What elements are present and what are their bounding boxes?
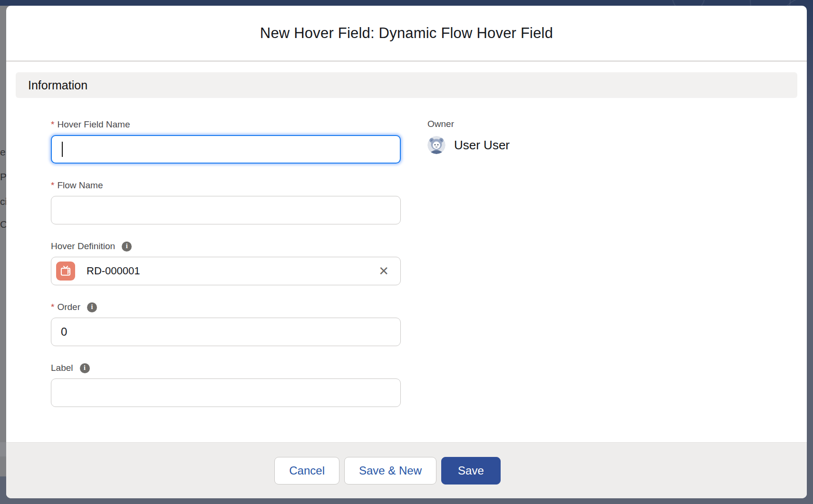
modal-title: New Hover Field: Dynamic Flow Hover Fiel… [260, 25, 553, 42]
hover-field-name-input-wrap [51, 135, 401, 164]
info-icon[interactable]: i [122, 242, 132, 252]
hover-definition-lookup[interactable]: RD-000001 ✕ [51, 257, 401, 285]
close-icon[interactable]: ✕ [378, 265, 389, 277]
order-label: Order [57, 302, 80, 312]
owner-value-row: User User [427, 136, 510, 154]
new-record-modal: New Hover Field: Dynamic Flow Hover Fiel… [6, 6, 807, 498]
field-label: * Order i [51, 301, 401, 313]
label-input[interactable] [51, 378, 401, 407]
tv-icon [56, 262, 75, 281]
dimmed-page-block [0, 442, 6, 456]
field-label-field: Label i [51, 362, 401, 407]
field-label: * Flow Name [51, 180, 401, 191]
save-and-new-button[interactable]: Save & New [344, 457, 436, 485]
text-cursor [62, 142, 63, 157]
hover-definition-label: Hover Definition [51, 241, 115, 252]
field-flow-name: * Flow Name [51, 180, 401, 224]
field-label: Label i [51, 362, 401, 374]
screen: e Pr cit Co New Hover Field: Dynamic Flo… [0, 0, 813, 504]
section-title: Information [28, 78, 87, 92]
field-hover-field-name: * Hover Field Name [51, 119, 401, 164]
cancel-button[interactable]: Cancel [274, 457, 339, 485]
required-asterisk: * [51, 180, 54, 191]
info-icon[interactable]: i [87, 302, 97, 312]
modal-body: Information * Hover Field Name [6, 62, 807, 442]
record-form: * Hover Field Name * Flow Name [16, 119, 797, 423]
hover-field-name-input[interactable] [51, 135, 401, 164]
astro-avatar [427, 136, 445, 154]
required-asterisk: * [51, 302, 54, 312]
field-order: * Order i [51, 301, 401, 346]
modal-header: New Hover Field: Dynamic Flow Hover Fiel… [6, 6, 807, 62]
backdrop-right-strip [806, 0, 813, 504]
label-label: Label [51, 363, 73, 373]
field-hover-definition: Hover Definition i [51, 241, 401, 285]
field-label: * Hover Field Name [51, 119, 401, 130]
form-right-column: Owner [427, 119, 510, 423]
info-icon[interactable]: i [80, 363, 90, 373]
field-label: Hover Definition i [51, 241, 401, 252]
modal-footer: Cancel Save & New Save [6, 442, 807, 498]
order-input[interactable] [51, 318, 401, 346]
owner-label: Owner [427, 119, 510, 130]
hover-field-name-label: Hover Field Name [57, 119, 130, 130]
required-asterisk: * [51, 119, 54, 130]
flow-name-input[interactable] [51, 196, 401, 224]
save-button[interactable]: Save [441, 457, 501, 485]
flow-name-label: Flow Name [57, 180, 103, 191]
selected-record-name: RD-000001 [87, 265, 378, 277]
form-left-column: * Hover Field Name * Flow Name [51, 119, 401, 423]
section-header-information: Information [16, 72, 797, 98]
owner-name: User User [454, 138, 510, 153]
